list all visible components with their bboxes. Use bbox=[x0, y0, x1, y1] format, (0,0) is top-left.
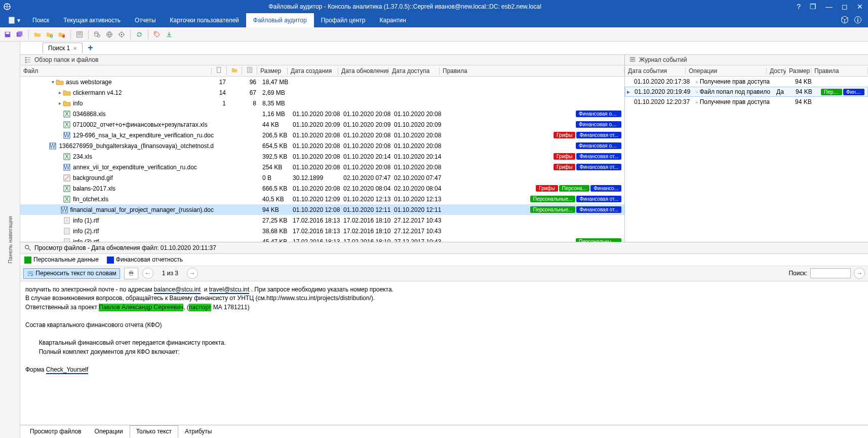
tree-row[interactable]: W129-696_nsa_la_kz_expenditure_verificat… bbox=[20, 130, 624, 140]
bottom-tab-3[interactable]: Атрибуты bbox=[178, 425, 218, 438]
minimize-icon[interactable]: — bbox=[823, 3, 835, 11]
tree-row[interactable]: ▸clickermann v4.1214672,69 MB bbox=[20, 87, 624, 98]
bottom-tab-0[interactable]: Просмотр файлов bbox=[23, 425, 88, 438]
tree-row[interactable]: info (3).rtf45,47 KB17.02.2016 18:1317.0… bbox=[20, 236, 624, 242]
file-name: annex_vii_tor_expenditure_verification_r… bbox=[73, 164, 197, 171]
refresh-icon[interactable] bbox=[135, 30, 144, 39]
search-input[interactable] bbox=[810, 268, 851, 278]
rule-badge: Грифы bbox=[554, 164, 575, 170]
next-page-button[interactable]: → bbox=[187, 268, 198, 279]
svg-point-54 bbox=[25, 245, 29, 249]
prev-page-button[interactable]: ← bbox=[142, 268, 153, 279]
folder-open-icon[interactable] bbox=[33, 30, 42, 39]
help-icon[interactable]: ? bbox=[795, 3, 803, 11]
svg-text:X: X bbox=[65, 185, 69, 192]
menu-файловый-аудитор[interactable]: Файловый аудитор bbox=[246, 13, 314, 27]
tree-row[interactable]: X0710002_отчет+о+финансовых+результатах.… bbox=[20, 119, 624, 130]
download-icon[interactable] bbox=[165, 30, 174, 39]
svg-point-15 bbox=[95, 31, 98, 33]
folder-add-icon[interactable] bbox=[45, 30, 54, 39]
cube-icon[interactable] bbox=[841, 16, 849, 25]
event-row[interactable]: 01.10.2020 12:20:37Получение прав доступ… bbox=[625, 97, 868, 107]
info-icon[interactable] bbox=[854, 16, 862, 25]
svg-rect-56 bbox=[130, 270, 132, 272]
col-accessed[interactable]: Дата доступа bbox=[389, 67, 440, 75]
event-row[interactable]: 01.10.2020 20:17:38Получение прав доступ… bbox=[625, 77, 868, 87]
file-name: 1366276959_buhgalterskaya_(finansovaya)_… bbox=[59, 142, 214, 150]
highlight-person-name: Павлов Александр Сергеевич bbox=[99, 304, 183, 311]
navigation-side-panel[interactable]: Панель навигации bbox=[0, 42, 20, 438]
tree-row[interactable]: info (1).rtf27,25 KB17.02.2016 18:1317.0… bbox=[20, 215, 624, 226]
rule-badge: Грифы bbox=[554, 132, 575, 138]
save-all-icon[interactable] bbox=[15, 30, 24, 39]
viewer-content[interactable]: получить по электронной почте - по адрес… bbox=[20, 281, 868, 425]
col-file[interactable]: Файл bbox=[20, 67, 212, 75]
events-pane-title: Журнал событий bbox=[639, 56, 687, 63]
svg-point-53 bbox=[696, 102, 697, 103]
col-folder-icon[interactable] bbox=[227, 66, 242, 75]
tree-row[interactable]: Xfin_otchet.xls40,5 KB01.10.2020 12:0901… bbox=[20, 194, 624, 204]
menu-профайл-центр[interactable]: Профайл центр bbox=[314, 13, 373, 27]
locate-icon[interactable] bbox=[117, 30, 126, 39]
tree-row[interactable]: ▸info188,35 MB bbox=[20, 98, 624, 108]
rule-badge: Персональные данные bbox=[576, 238, 621, 242]
bottom-tab-2[interactable]: Только текст bbox=[130, 425, 178, 438]
bottom-tab-1[interactable]: Операции bbox=[88, 425, 130, 438]
file-name: 129-696_nsa_la_kz_expenditure_verificati… bbox=[73, 132, 214, 139]
search-go-button[interactable]: → bbox=[854, 268, 865, 279]
app-title: Файловый аудитор - Консоль аналитика (1.… bbox=[15, 3, 795, 10]
col-size[interactable]: Размер bbox=[257, 67, 288, 75]
event-row[interactable]: ▸01.10.2020 20:19:49Файл попал под прави… bbox=[625, 87, 868, 97]
events-pane-header: Журнал событий bbox=[625, 55, 868, 65]
tree-row[interactable]: info (2).rtf38,68 KB17.02.2016 18:1317.0… bbox=[20, 226, 624, 236]
tree-row[interactable]: W1366276959_buhgalterskaya_(finansovaya)… bbox=[20, 140, 624, 151]
col-ev-rules[interactable]: Правила bbox=[811, 67, 868, 75]
tree-row[interactable]: ▾asus webstorage179618,47 MB bbox=[20, 77, 624, 87]
properties-icon[interactable] bbox=[75, 30, 84, 39]
restore-down-icon[interactable]: ❐ bbox=[808, 3, 818, 11]
menu-отчеты[interactable]: Отчеты bbox=[128, 13, 163, 27]
svg-rect-1 bbox=[9, 17, 14, 23]
col-ev-op[interactable]: Операции bbox=[686, 67, 767, 75]
db-search-icon[interactable] bbox=[93, 30, 102, 39]
db-globe-icon[interactable] bbox=[105, 30, 114, 39]
menubar: ▾ ПоискТекущая активностьОтчетыКарточки … bbox=[0, 13, 868, 27]
col-ev-access[interactable]: Досту bbox=[767, 67, 786, 75]
col-ev-size[interactable]: Размер bbox=[786, 67, 811, 75]
maximize-icon[interactable]: ◻ bbox=[840, 3, 850, 11]
menu-карточки-пользователей[interactable]: Карточки пользователей bbox=[163, 13, 246, 27]
tab-close-icon[interactable]: ✕ bbox=[73, 46, 77, 51]
rule-badge: Финансовая отчетность bbox=[576, 111, 621, 117]
rule-badge: Финансовая от... bbox=[576, 206, 621, 213]
file-menu-icon[interactable]: ▾ bbox=[3, 13, 25, 27]
menu-поиск[interactable]: Поиск bbox=[25, 13, 56, 27]
tag-icon[interactable] bbox=[152, 30, 162, 39]
folder-remove-icon[interactable] bbox=[57, 30, 66, 39]
wrap-text-button[interactable]: Переносить текст по словам bbox=[23, 268, 120, 279]
add-tab-button[interactable]: + bbox=[85, 43, 96, 53]
tab-search-1[interactable]: Поиск 1 ✕ bbox=[43, 43, 83, 53]
tree-body[interactable]: ▾asus webstorage179618,47 MB▸clickermann… bbox=[20, 77, 624, 242]
col-updated[interactable]: Дата обновления bbox=[338, 67, 389, 75]
col-rules[interactable]: Правила bbox=[440, 67, 624, 75]
col-created[interactable]: Дата создания bbox=[288, 67, 338, 75]
save-icon[interactable] bbox=[3, 30, 12, 39]
col-doc-icon[interactable] bbox=[212, 66, 227, 75]
svg-text:W: W bbox=[50, 142, 56, 150]
print-button[interactable] bbox=[124, 268, 138, 279]
file-name: info (3).rtf bbox=[73, 238, 99, 242]
tree-row[interactable]: background.gif0 B30.12.189902.10.2020 07… bbox=[20, 172, 624, 183]
tree-row[interactable]: X0346868.xls1,16 MB01.10.2020 20:0801.10… bbox=[20, 108, 624, 119]
tree-row[interactable]: X234.xls392,5 KB01.10.2020 20:0801.10.20… bbox=[20, 151, 624, 162]
tree-row[interactable]: Wannex_vii_tor_expenditure_verification_… bbox=[20, 162, 624, 172]
col-ev-date[interactable]: Дата события bbox=[625, 67, 686, 75]
menu-текущая-активность[interactable]: Текущая активность bbox=[56, 13, 128, 27]
events-body[interactable]: 01.10.2020 20:17:38Получение прав доступ… bbox=[625, 77, 868, 242]
close-icon[interactable]: ✕ bbox=[855, 3, 865, 11]
tab-label: Поиск 1 bbox=[48, 45, 70, 52]
tree-row[interactable]: Wfinancial_manual_for_project_manager_(r… bbox=[20, 204, 624, 215]
tree-row[interactable]: Xbalans-2017.xls666,5 KB01.10.2020 20:08… bbox=[20, 183, 624, 194]
col-page-icon[interactable] bbox=[242, 66, 257, 75]
viewer-toolbar: Переносить текст по словам ← 1 из 3 → По… bbox=[20, 266, 868, 281]
menu-карантин[interactable]: Карантин bbox=[372, 13, 413, 27]
